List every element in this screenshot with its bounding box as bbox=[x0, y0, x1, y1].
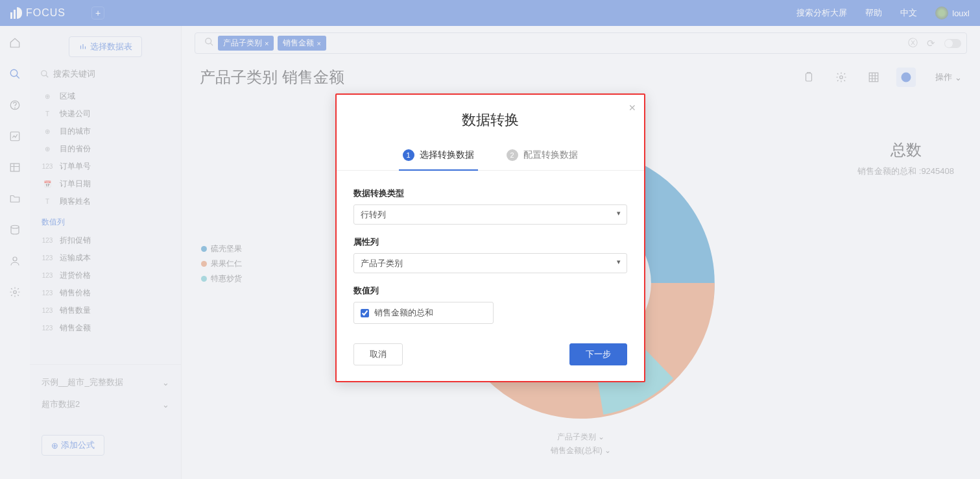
data-transform-modal: ✕ 数据转换 1选择转换数据 2配置转换数据 数据转换类型 行转列 属性列 产品… bbox=[335, 93, 645, 382]
modal-overlay: ✕ 数据转换 1选择转换数据 2配置转换数据 数据转换类型 行转列 属性列 产品… bbox=[0, 0, 980, 479]
step-2[interactable]: 2配置转换数据 bbox=[507, 149, 578, 170]
modal-footer: 取消 下一步 bbox=[337, 330, 644, 368]
step-number: 2 bbox=[507, 149, 518, 161]
step-number: 1 bbox=[403, 149, 414, 161]
close-icon[interactable]: ✕ bbox=[628, 103, 636, 113]
steps: 1选择转换数据 2配置转换数据 bbox=[337, 149, 644, 171]
checkbox[interactable] bbox=[361, 309, 369, 317]
attribute-column-select[interactable]: 产品子类别 bbox=[353, 253, 627, 273]
field-label: 属性列 bbox=[353, 236, 627, 248]
modal-title: 数据转换 bbox=[337, 110, 644, 130]
step-1[interactable]: 1选择转换数据 bbox=[403, 149, 474, 170]
value-column-checkbox[interactable]: 销售金额的总和 bbox=[353, 302, 494, 324]
cancel-button[interactable]: 取消 bbox=[353, 343, 403, 365]
modal-body: 数据转换类型 行转列 属性列 产品子类别 数值列 销售金额的总和 bbox=[337, 171, 644, 330]
next-button[interactable]: 下一步 bbox=[569, 343, 627, 365]
field-label: 数据转换类型 bbox=[353, 188, 627, 199]
field-label: 数值列 bbox=[353, 285, 627, 297]
transform-type-select[interactable]: 行转列 bbox=[353, 204, 627, 225]
